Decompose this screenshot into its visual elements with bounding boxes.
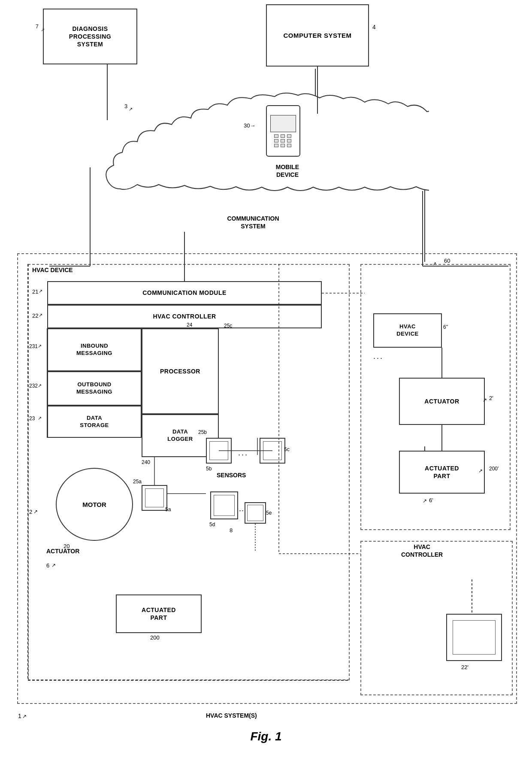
ref-200p: 200' [489, 466, 499, 472]
arrow-60: ↗ [432, 261, 436, 267]
arrow-7: ↗ [41, 27, 45, 33]
actuator-right-label: ACTUATOR [424, 397, 459, 405]
sensor-5b-icon [209, 441, 228, 460]
motor-label: MOTOR [82, 501, 106, 508]
processor-label: PROCESSOR [160, 367, 200, 375]
ref-240: 240 [142, 459, 150, 465]
actuated-part-right-label: ACTUATED PART [425, 464, 459, 480]
ref-1: 1 [18, 713, 21, 719]
ref-232: 232 [29, 383, 38, 389]
computer-system-label: COMPUTER SYSTEM [283, 31, 351, 40]
hvac-device-2-box: HVAC DEVICE [373, 313, 442, 348]
data-logger-label: DATA LOGGER [167, 428, 193, 443]
arrow-200p: ↗ [478, 468, 483, 474]
fig-caption: Fig. 1 [206, 730, 326, 743]
actuated-part-bottom-box: ACTUATED PART [116, 594, 202, 633]
ref-7: 7 [36, 24, 39, 30]
ref-5c: 5c [284, 446, 290, 452]
ref-4: 4 [372, 24, 376, 30]
ref-2p: 2' [489, 395, 493, 401]
ref-2: 2 [29, 509, 32, 515]
mobile-device-label: MOBILE DEVICE [253, 163, 322, 179]
communication-system-label: COMMUNICATION SYSTEM [189, 215, 317, 230]
ref-25a: 25a [133, 479, 142, 485]
actuator-right-box: ACTUATOR [399, 378, 485, 425]
ref-22p: 22' [461, 664, 469, 670]
processor-box: PROCESSOR [142, 328, 219, 414]
ref-6: 6 [46, 562, 49, 569]
arrow-6: ↗ [51, 562, 56, 568]
ref-60: 60 [444, 258, 450, 264]
hvac-controller-box: HVAC CONTROLLER [47, 305, 322, 328]
ref-24: 24 [187, 322, 192, 328]
cloud-shape [56, 90, 429, 210]
arrow-22: ↗ [39, 312, 42, 318]
ref-5b: 5b [206, 466, 212, 472]
sensor-5e-icon [247, 505, 263, 521]
diagnosis-processing-system-box: DIAGNOSIS PROCESSING SYSTEM [43, 9, 137, 64]
actuated-part-bottom-label: ACTUATED PART [142, 606, 176, 622]
ref-5d: 5d [209, 522, 215, 528]
arrow-3: ↗ [129, 106, 133, 112]
ref-5a: 5a [165, 506, 171, 512]
hvac-systems-label: HVAC SYSTEM(S) [206, 712, 257, 719]
ref-8: 8 [230, 527, 233, 534]
diagram-container: DIAGNOSIS PROCESSING SYSTEM 7 ↗ COMPUTER… [0, 0, 532, 758]
outbound-messaging-label: OUTBOUND MESSAGING [76, 381, 112, 396]
ref-6p: 6' [429, 497, 433, 503]
outbound-messaging-box: OUTBOUND MESSAGING [47, 371, 142, 406]
arrow-231: ↗ [38, 343, 42, 349]
arrow-23: ↗ [38, 415, 42, 421]
ref-25c: 25c [224, 323, 232, 329]
dots-right: ... [373, 352, 384, 361]
sensors-label: SENSORS [217, 471, 246, 479]
ref-22: 22 [32, 312, 38, 319]
arrow-2: ↗ [33, 509, 38, 515]
arrow-21: ↗ [39, 288, 42, 294]
diagnosis-processing-system-label: DIAGNOSIS PROCESSING SYSTEM [69, 25, 111, 49]
hvac-device-main-label: HVAC DEVICE [32, 266, 73, 274]
ref-231: 231 [29, 343, 38, 349]
ref-21: 21 [32, 288, 38, 295]
data-storage-box: DATA STORAGE [47, 406, 142, 438]
computer-system-box: COMPUTER SYSTEM [266, 4, 369, 67]
arrow-232: ↗ [38, 383, 42, 388]
data-storage-label: DATA STORAGE [80, 415, 109, 429]
controller-22p-icon [453, 620, 496, 655]
sensor-5c-icon [263, 441, 282, 460]
actuator-bottom-label: ACTUATOR [46, 547, 79, 555]
hvac-device-2-label: HVAC DEVICE [396, 323, 418, 338]
ref-5e: 5e [266, 510, 272, 516]
communication-module-label: COMMUNICATION MODULE [142, 289, 227, 297]
communication-module-box: COMMUNICATION MODULE [47, 281, 322, 305]
inbound-messaging-label: INBOUND MESSAGING [76, 343, 112, 357]
sensor-5d-icon [214, 495, 235, 516]
ref-25b: 25b [198, 429, 207, 435]
arrow-1: ↗ [22, 713, 27, 719]
motor-circle: MOTOR [56, 468, 133, 541]
sensor-5a-icon [145, 488, 164, 507]
arrow-6p: ↗ [423, 498, 427, 504]
dots-sensors: ... [238, 449, 248, 458]
arrow-2p: ↗ [483, 397, 487, 403]
hvac-controller-label: HVAC CONTROLLER [153, 312, 216, 320]
actuated-part-right-box: ACTUATED PART [399, 451, 485, 494]
ref-6pp: 6'' [443, 324, 448, 330]
inbound-messaging-box: INBOUND MESSAGING [47, 328, 142, 371]
hvac-controller-right-label: HVAC CONTROLLER [401, 543, 443, 558]
ref-23: 23 [29, 415, 35, 421]
mobile-device-icon [266, 105, 300, 157]
ref-3: 3 [124, 103, 127, 109]
ref-200: 200 [150, 634, 160, 641]
ref-30: 30→ [244, 122, 255, 129]
